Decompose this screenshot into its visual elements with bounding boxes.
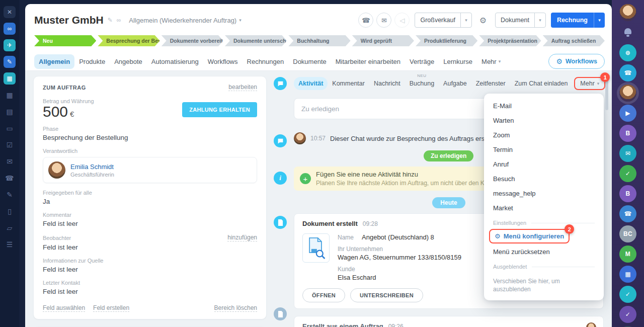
stage-item[interactable]: Projektpräsentation bbox=[479, 35, 541, 46]
delete-section-link[interactable]: Bereich löschen bbox=[214, 304, 257, 312]
printer-icon[interactable]: ▤ bbox=[4, 106, 16, 118]
support-icon[interactable]: ☎ bbox=[619, 64, 636, 81]
message-time: 10:57 bbox=[310, 135, 326, 142]
phone-icon[interactable]: ☎ bbox=[4, 172, 16, 184]
call-icon[interactable]: ☎ bbox=[358, 13, 373, 28]
edit-icon[interactable]: ✎ bbox=[4, 189, 16, 201]
entity-header: Muster GmbH ✎ ∞ Allgemein (Wiederkehrend… bbox=[34, 10, 605, 30]
bitrix-b-icon[interactable]: B bbox=[619, 125, 636, 142]
send-icon[interactable]: ✈ bbox=[4, 39, 16, 51]
menu-item[interactable]: E-Mail bbox=[484, 99, 604, 113]
menu-item[interactable]: message_help bbox=[484, 186, 604, 201]
stage-item[interactable]: Produktlieferung bbox=[416, 35, 477, 46]
edit-link[interactable]: bearbeiten bbox=[228, 84, 257, 91]
chevron-down-icon bbox=[460, 13, 471, 27]
customer-label: Kunde bbox=[338, 266, 461, 273]
menu-item-configure[interactable]: Menü konfigurieren bbox=[504, 232, 565, 240]
mail-icon[interactable]: ✉ bbox=[4, 155, 16, 168]
close-icon[interactable]: ✕ bbox=[4, 6, 16, 18]
folder-icon[interactable]: ▱ bbox=[4, 222, 16, 234]
document-preview[interactable] bbox=[302, 233, 330, 263]
tab[interactable]: Automatisierung bbox=[147, 54, 203, 69]
mail-channel-icon[interactable]: ✉ bbox=[619, 145, 636, 162]
helpdesk-icon[interactable]: ⊚ bbox=[619, 44, 636, 61]
copy-link-icon[interactable]: ∞ bbox=[117, 17, 121, 24]
edit-title-icon[interactable]: ✎ bbox=[108, 17, 113, 24]
stage-item[interactable]: Besprechung der Bes... bbox=[98, 35, 159, 46]
menu-item[interactable]: Termin bbox=[484, 142, 604, 157]
tab[interactable]: Produkte bbox=[74, 54, 110, 69]
menu-item[interactable]: Warten bbox=[484, 113, 604, 128]
document-icon[interactable]: ▯ bbox=[4, 205, 16, 217]
invoice-button[interactable]: Rechnung bbox=[551, 13, 605, 28]
phone-channel-icon[interactable]: ☎ bbox=[619, 205, 636, 222]
tab[interactable]: Allgemein bbox=[34, 54, 74, 69]
category-selector[interactable]: Allgemein (Wiederkehrender Auftrag) bbox=[129, 17, 241, 24]
document-select[interactable]: Dokument bbox=[495, 13, 546, 28]
video-icon[interactable]: ▶ bbox=[619, 105, 636, 122]
grid-channel-icon[interactable]: ▦ bbox=[619, 266, 636, 283]
payment-received-button[interactable]: ZAHLUNG ERHALTEN bbox=[182, 102, 257, 117]
tab[interactable]: Angebote bbox=[110, 54, 147, 69]
field-row: Beobachter hinzufügen Feld ist leer bbox=[43, 234, 257, 251]
stage-item[interactable]: Buchhaltung bbox=[288, 35, 350, 46]
menu-item-reset[interactable]: Menü zurücksetzen bbox=[484, 244, 604, 259]
stage-item[interactable]: Neu bbox=[34, 35, 96, 46]
check-teal-icon[interactable]: ✓ bbox=[619, 286, 636, 303]
apps-icon[interactable]: ☰ bbox=[4, 238, 16, 251]
tab-more[interactable]: Mehr bbox=[575, 78, 604, 89]
tab[interactable]: Workflows bbox=[203, 54, 243, 69]
tab[interactable]: Lernkurse bbox=[439, 54, 477, 69]
tab[interactable]: Mitarbeiter einarbeiten bbox=[331, 54, 405, 69]
responsible-name-link[interactable]: Emilia Schmidt bbox=[70, 163, 114, 171]
tab[interactable]: Rechnungen bbox=[243, 54, 289, 69]
user-avatar[interactable] bbox=[619, 4, 636, 21]
workflow-icon: ⚙ bbox=[556, 57, 562, 65]
stage-item[interactable]: Dokumente vorbereit... bbox=[162, 35, 223, 46]
settings-gear-icon[interactable]: ⚙ bbox=[476, 16, 490, 25]
stage-item[interactable]: Auftrag schließen bbox=[543, 35, 605, 46]
stage-item[interactable]: Wird geprüft bbox=[352, 35, 414, 46]
compose-icon[interactable]: ✎ bbox=[4, 56, 16, 68]
field-action-link[interactable]: hinzufügen bbox=[227, 234, 257, 241]
scrollbar[interactable] bbox=[605, 78, 608, 110]
calendar-icon[interactable]: ▦ bbox=[4, 89, 16, 101]
create-field-link[interactable]: Feld erstellen bbox=[93, 304, 129, 312]
monitor-icon[interactable]: ▭ bbox=[4, 122, 16, 134]
tab[interactable]: Verträge bbox=[405, 54, 439, 69]
tasks-icon[interactable]: ☑ bbox=[4, 139, 16, 151]
tab-activity[interactable]: Aktivität bbox=[294, 77, 328, 90]
sign-button[interactable]: UNTERSCHREIBEN bbox=[350, 288, 423, 302]
stage-item[interactable]: Dokumente untersch... bbox=[225, 35, 287, 46]
notifications-bell-icon[interactable] bbox=[619, 24, 636, 41]
print-icon[interactable]: ▦ bbox=[4, 72, 16, 85]
bitrix-b2-icon[interactable]: B bbox=[619, 185, 636, 202]
tab-booking[interactable]: NEUBuchung bbox=[405, 77, 439, 90]
workflows-button[interactable]: ⚙ Workflows bbox=[548, 54, 605, 69]
chat-bc[interactable]: BC bbox=[619, 225, 636, 242]
menu-item[interactable]: Besuch bbox=[484, 172, 604, 186]
link-icon[interactable]: ∞ bbox=[4, 23, 16, 35]
menu-item[interactable]: Anruf bbox=[484, 157, 604, 172]
add-activity-icon[interactable]: + bbox=[300, 173, 311, 184]
check-purple-icon[interactable]: ✓ bbox=[619, 306, 636, 323]
tab[interactable]: Dokumente bbox=[288, 54, 331, 69]
tab-timeslot[interactable]: Zeitfenster bbox=[471, 77, 510, 90]
funnel-select[interactable]: Großverkauf bbox=[415, 13, 471, 28]
contact-avatar[interactable] bbox=[619, 85, 636, 102]
tab-task[interactable]: Aufgabe bbox=[439, 77, 471, 90]
tab-message[interactable]: Nachricht bbox=[369, 77, 405, 90]
page-title: Muster GmbH bbox=[34, 14, 104, 26]
open-button[interactable]: ÖFFNEN bbox=[302, 288, 345, 302]
avatar[interactable] bbox=[48, 161, 65, 179]
menu-item[interactable]: Market bbox=[484, 201, 604, 215]
tab-comment[interactable]: Kommentar bbox=[328, 77, 369, 90]
check-green-icon[interactable]: ✓ bbox=[619, 165, 636, 182]
menu-item[interactable]: Zoom bbox=[484, 128, 604, 142]
select-field-link[interactable]: Feld auswählen bbox=[43, 304, 85, 312]
tab-more[interactable]: Mehr bbox=[477, 54, 505, 69]
tab-invite-to-chat[interactable]: Zum Chat einladen bbox=[510, 77, 573, 90]
chat-m[interactable]: M bbox=[619, 246, 636, 263]
avatar[interactable] bbox=[294, 132, 306, 144]
mail-icon[interactable]: ✉ bbox=[376, 13, 391, 28]
